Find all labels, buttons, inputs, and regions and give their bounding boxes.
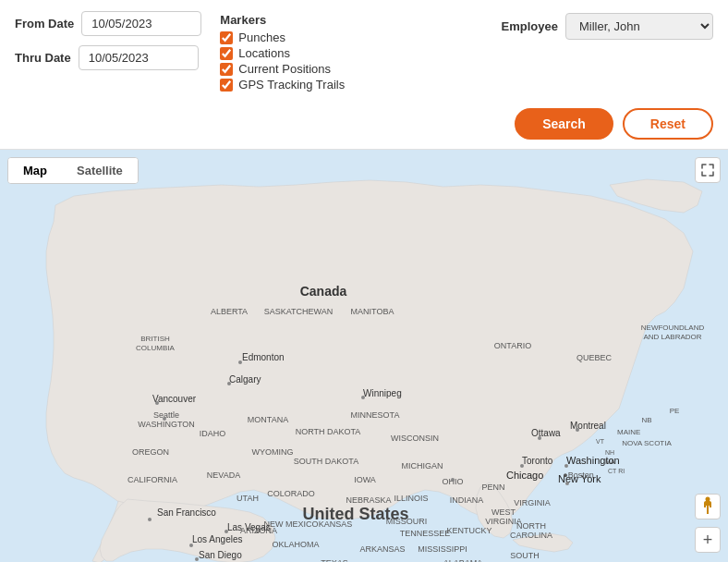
svg-point-81 — [564, 464, 568, 468]
svg-text:IOWA: IOWA — [354, 475, 376, 484]
current-positions-label: Current Positions — [238, 62, 331, 76]
svg-text:Seattle: Seattle — [153, 410, 179, 420]
from-date-label: From Date — [15, 17, 74, 31]
svg-text:San Francisco: San Francisco — [157, 507, 216, 518]
search-button[interactable]: Search — [515, 108, 613, 140]
svg-text:VIRGINIA: VIRGINIA — [514, 498, 551, 507]
svg-text:INDIANA: INDIANA — [450, 495, 484, 505]
svg-text:QUEBEC: QUEBEC — [576, 353, 613, 362]
svg-text:NB: NB — [641, 416, 651, 424]
svg-text:MINNESOTA: MINNESOTA — [351, 410, 400, 420]
gps-tracking-checkbox-row: GPS Tracking Trails — [220, 78, 345, 92]
locations-checkbox-row: Locations — [220, 46, 345, 60]
svg-text:WASHINGTON: WASHINGTON — [138, 420, 195, 429]
svg-text:WISCONSIN: WISCONSIN — [391, 434, 439, 443]
thru-date-label: Thru Date — [15, 51, 71, 65]
pegman-button[interactable] — [695, 494, 721, 519]
svg-text:PENN: PENN — [481, 483, 504, 492]
zoom-plus-icon: + — [703, 531, 713, 550]
zoom-in-button[interactable]: + — [695, 527, 721, 553]
locations-label: Locations — [238, 46, 290, 60]
svg-text:TENNESSEE: TENNESSEE — [400, 529, 451, 538]
svg-text:NORTH: NORTH — [516, 521, 546, 531]
svg-point-15 — [238, 360, 242, 364]
svg-text:SOUTH DAKOTA: SOUTH DAKOTA — [294, 457, 358, 466]
svg-point-79 — [565, 482, 569, 485]
svg-text:Ottawa: Ottawa — [531, 428, 561, 438]
svg-text:TEXAS: TEXAS — [321, 558, 348, 562]
svg-text:San Diego: San Diego — [199, 550, 242, 560]
svg-point-36 — [163, 417, 166, 421]
svg-point-19 — [361, 396, 365, 399]
markers-label: Markers — [220, 13, 345, 27]
svg-text:ARKANSAS: ARKANSAS — [359, 544, 405, 554]
svg-text:CALIFORNIA: CALIFORNIA — [127, 475, 177, 484]
svg-point-90 — [224, 530, 228, 533]
svg-text:Los Angeles: Los Angeles — [192, 534, 243, 544]
svg-text:OREGON: OREGON — [132, 447, 169, 457]
svg-text:ALBERTA: ALBERTA — [211, 307, 248, 316]
svg-text:Edmonton: Edmonton — [242, 352, 285, 362]
fullscreen-icon — [701, 164, 714, 177]
svg-text:MONTANA: MONTANA — [248, 415, 288, 424]
gps-tracking-checkbox[interactable] — [220, 79, 233, 92]
svg-text:MAINE: MAINE — [617, 428, 640, 436]
svg-text:ONTARIO: ONTARIO — [494, 341, 531, 350]
svg-text:KANSAS: KANSAS — [319, 519, 353, 529]
svg-text:NEBRASKA: NEBRASKA — [346, 495, 391, 505]
svg-text:SASKATCHEWAN: SASKATCHEWAN — [264, 307, 334, 316]
svg-text:Winnipeg: Winnipeg — [363, 388, 402, 398]
svg-text:Chicago: Chicago — [506, 470, 543, 481]
svg-point-21 — [155, 401, 159, 405]
reset-button[interactable]: Reset — [623, 108, 713, 140]
tab-satellite[interactable]: Satellite — [62, 158, 138, 183]
locations-checkbox[interactable] — [220, 47, 233, 60]
svg-text:VT: VT — [596, 438, 605, 445]
action-buttons-row: Search Reset — [0, 99, 728, 150]
svg-text:UTAH: UTAH — [237, 494, 259, 503]
svg-text:SOUTH: SOUTH — [510, 551, 540, 560]
employee-section: Employee Miller, John — [502, 13, 713, 40]
svg-text:NORTH DAKOTA: NORTH DAKOTA — [296, 427, 361, 436]
svg-text:MANITOBA: MANITOBA — [351, 307, 394, 316]
thru-date-group: Thru Date — [15, 45, 201, 70]
map-svg: Canada ALBERTA SASKATCHEWAN MANITOBA BRI… — [0, 150, 728, 562]
svg-text:COLORADO: COLORADO — [267, 489, 315, 498]
gps-tracking-label: GPS Tracking Trails — [238, 78, 345, 92]
employee-label: Employee — [502, 19, 558, 33]
current-positions-checkbox[interactable] — [220, 63, 233, 76]
svg-text:ALABAMA: ALABAMA — [443, 558, 483, 562]
svg-text:CT RI: CT RI — [608, 468, 625, 474]
svg-text:PE: PE — [670, 407, 680, 415]
svg-text:Calgary: Calgary — [229, 374, 261, 385]
employee-select[interactable]: Miller, John — [565, 13, 713, 40]
punches-checkbox[interactable] — [220, 31, 233, 44]
svg-text:WYOMING: WYOMING — [252, 447, 294, 457]
tab-map[interactable]: Map — [8, 158, 62, 183]
svg-text:MISSOURI: MISSOURI — [386, 517, 428, 526]
svg-point-23 — [538, 436, 541, 440]
form-row: From Date Thru Date Markers Punches Loca… — [0, 0, 728, 99]
svg-text:Canada: Canada — [300, 284, 347, 299]
svg-point-77 — [451, 478, 455, 482]
map-container: Canada ALBERTA SASKATCHEWAN MANITOBA BRI… — [0, 150, 728, 562]
svg-text:IDAHO: IDAHO — [200, 429, 226, 438]
svg-text:Vancouver: Vancouver — [152, 394, 197, 404]
svg-text:OKLAHOMA: OKLAHOMA — [272, 540, 319, 549]
from-date-input[interactable] — [81, 11, 201, 36]
svg-point-25 — [576, 428, 579, 432]
fullscreen-button[interactable] — [695, 157, 721, 183]
svg-text:NEWFOUNDLAND: NEWFOUNDLAND — [641, 324, 705, 332]
pegman-icon — [700, 496, 715, 517]
map-tab-row: Map Satellite — [7, 157, 139, 184]
svg-point-84 — [148, 518, 152, 521]
svg-text:NEVADA: NEVADA — [207, 470, 240, 480]
markers-section: Markers Punches Locations Current Positi… — [220, 13, 345, 92]
svg-text:●Boston: ●Boston — [563, 470, 593, 480]
svg-text:CAROLINA: CAROLINA — [510, 531, 552, 540]
svg-text:Toronto: Toronto — [522, 456, 553, 466]
thru-date-input[interactable] — [79, 45, 199, 70]
svg-text:COLUMBIA: COLUMBIA — [136, 344, 175, 352]
svg-text:NOVA SCOTIA: NOVA SCOTIA — [622, 439, 672, 447]
dates-column: From Date Thru Date — [15, 11, 201, 70]
